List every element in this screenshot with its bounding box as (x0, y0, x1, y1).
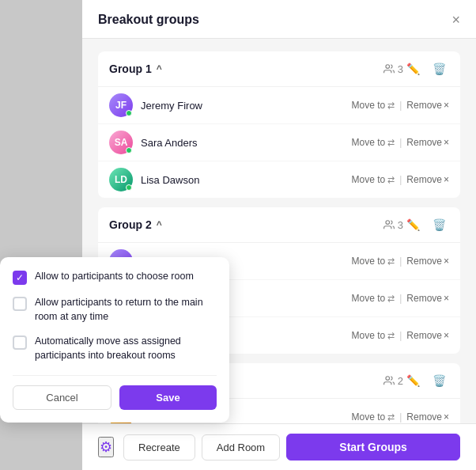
participant-name: Jeremy Firow (141, 100, 351, 112)
group-2-count: 3 (383, 219, 403, 231)
group-3-delete-button[interactable]: 🗑️ (429, 373, 449, 389)
group-1-edit-button[interactable]: ✏️ (403, 61, 423, 77)
group-1-count: 3 (383, 63, 403, 75)
avatar: LD (109, 168, 133, 191)
participant-actions: Move to ⇄ | Remove × (351, 137, 449, 148)
add-room-button[interactable]: Add Room (202, 434, 280, 461)
people-icon (383, 375, 395, 386)
group-2-count-value: 3 (398, 219, 403, 231)
settings-save-button[interactable]: Save (119, 385, 217, 410)
participant-actions: Move to ⇄ | Remove × (351, 256, 449, 267)
participant-actions: Move to ⇄ | Remove × (351, 411, 449, 423)
group-2-label: Group 2 (109, 218, 152, 231)
status-dot (126, 184, 132, 191)
settings-gear-button[interactable]: ⚙ (98, 437, 114, 457)
settings-option-2: Allow participants to return to the main… (13, 296, 217, 324)
table-row: JF Jeremy Firow Move to ⇄ | Remove × (98, 87, 460, 124)
participant-actions: Move to ⇄ | Remove × (351, 330, 449, 341)
group-2-header: Group 2 ^ 3 ✏️ 🗑️ (98, 207, 460, 243)
group-1-delete-button[interactable]: 🗑️ (429, 61, 449, 77)
move-to-button[interactable]: Move to ⇄ (351, 100, 395, 111)
settings-option-1: ✓ Allow to participants to choose room (13, 270, 217, 285)
recreate-button[interactable]: Recreate (123, 434, 195, 461)
close-button[interactable]: × (451, 13, 460, 27)
status-dot (126, 110, 132, 116)
remove-button[interactable]: Remove × (406, 411, 449, 423)
group-2-title: Group 2 ^ (109, 218, 376, 231)
participant-actions: Move to ⇄ | Remove × (351, 100, 449, 111)
svg-point-0 (386, 65, 390, 69)
start-groups-button[interactable]: Start Groups (286, 434, 460, 461)
settings-label-2: Allow participants to return to the main… (35, 296, 217, 324)
group-1-label: Group 1 (109, 63, 152, 75)
move-to-button[interactable]: Move to ⇄ (351, 330, 395, 341)
group-2-chevron[interactable]: ^ (157, 219, 162, 230)
svg-point-1 (386, 221, 390, 225)
move-to-button[interactable]: Move to ⇄ (351, 174, 395, 185)
participant-name: Lisa Dawson (141, 174, 351, 186)
group-3-count-value: 2 (398, 375, 403, 387)
modal-title: Breakout groups (98, 13, 199, 27)
group-2-actions: ✏️ 🗑️ (403, 217, 449, 233)
group-3-edit-button[interactable]: ✏️ (403, 373, 423, 389)
settings-label-1: Allow to participants to choose room (35, 270, 194, 284)
participant-name: Sara Anders (141, 137, 351, 149)
remove-button[interactable]: Remove × (406, 293, 449, 304)
group-3-actions: ✏️ 🗑️ (403, 373, 449, 389)
group-1-count-value: 3 (398, 63, 403, 75)
svg-point-2 (386, 377, 390, 381)
group-1-header: Group 1 ^ 3 ✏️ 🗑️ (98, 51, 460, 87)
avatar: SA (109, 131, 133, 154)
modal-header: Breakout groups × (82, 0, 476, 39)
people-icon (383, 219, 395, 230)
settings-checkbox-1[interactable]: ✓ (13, 271, 27, 285)
group-2-edit-button[interactable]: ✏️ (403, 217, 423, 233)
status-dot (126, 147, 132, 154)
group-3-count: 2 (383, 375, 403, 387)
settings-checkbox-2[interactable] (13, 297, 27, 311)
move-to-button[interactable]: Move to ⇄ (351, 256, 395, 267)
participant-actions: Move to ⇄ | Remove × (351, 293, 449, 304)
settings-checkbox-3[interactable] (13, 335, 27, 350)
settings-footer: Cancel Save (13, 375, 217, 410)
group-1-section: Group 1 ^ 3 ✏️ 🗑️ JF Jeremy Firow (98, 51, 460, 198)
group-1-title: Group 1 ^ (109, 63, 376, 75)
settings-label-3: Automatically move ass assigned particip… (35, 335, 217, 362)
settings-option-3: Automatically move ass assigned particip… (13, 335, 217, 362)
remove-button[interactable]: Remove × (406, 100, 449, 111)
modal-footer: ⚙ Recreate Add Room Start Groups (82, 423, 476, 470)
participant-actions: Move to ⇄ | Remove × (351, 174, 449, 185)
settings-popup: ✓ Allow to participants to choose room A… (0, 257, 229, 423)
remove-button[interactable]: Remove × (406, 256, 449, 267)
settings-cancel-button[interactable]: Cancel (13, 385, 111, 410)
move-to-button[interactable]: Move to ⇄ (351, 411, 395, 423)
avatar: JF (109, 93, 133, 117)
move-to-button[interactable]: Move to ⇄ (351, 293, 395, 304)
group-1-chevron[interactable]: ^ (157, 63, 162, 74)
table-row: SA Sara Anders Move to ⇄ | Remove × (98, 124, 460, 161)
remove-button[interactable]: Remove × (406, 137, 449, 148)
group-2-delete-button[interactable]: 🗑️ (429, 217, 449, 233)
people-icon (383, 63, 395, 74)
remove-button[interactable]: Remove × (406, 330, 449, 341)
group-1-actions: ✏️ 🗑️ (403, 61, 449, 77)
table-row: LD Lisa Dawson Move to ⇄ | Remove × (98, 161, 460, 198)
move-to-button[interactable]: Move to ⇄ (351, 137, 395, 148)
remove-button[interactable]: Remove × (406, 174, 449, 185)
